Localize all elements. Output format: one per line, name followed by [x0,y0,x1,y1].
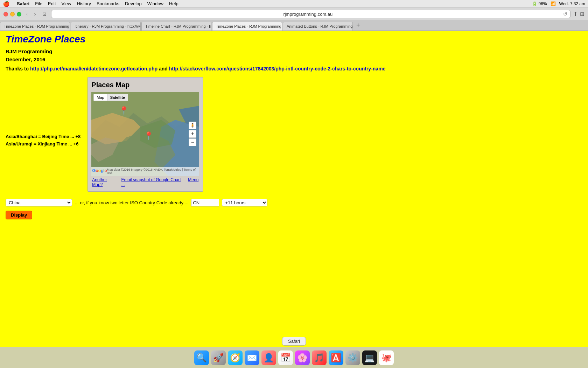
map-attribution: Map data ©2016 Imagery ©2016 NASA, Terra… [107,168,198,175]
apple-menu[interactable]: 🍎 [3,0,10,7]
thanks-link2[interactable]: http://stackoverflow.com/questions/17842… [169,66,386,71]
page-subtitle: RJM Programming [6,48,582,54]
window-close[interactable] [4,12,8,16]
map-section: Asia/Shanghai = Beijing Time ... +8 Asia… [6,77,582,192]
dock-system-prefs[interactable]: ⚙️ [345,350,360,358]
page-date: December, 2016 [6,56,582,62]
timezone-info: Asia/Shanghai = Beijing Time ... +8 Asia… [6,77,80,192]
share-button[interactable]: ⬆ [573,11,578,17]
tab-1[interactable]: Itinerary - RJM Programming - http://www… [71,22,141,30]
browser-chrome: ‹ › ⊡ rjmprogramming.com.au ↺ ⬆ ⊞ TimeZo… [0,8,588,31]
menu-link[interactable]: Menu [188,177,198,187]
menubar-help[interactable]: Help [169,1,178,6]
tab-3[interactable]: TimeZone Places - RJM Programming - Dece… [212,22,282,30]
page-content: TimeZone Places RJM Programming December… [0,29,588,357]
new-tab-button[interactable]: ⊞ [580,11,584,17]
menubar-view[interactable]: View [62,1,71,6]
menubar-file[interactable]: File [35,1,42,6]
map-zoom-in[interactable]: + [189,130,196,138]
back-button[interactable]: ‹ [24,10,29,18]
window-minimize[interactable] [10,12,15,16]
dock-contacts[interactable]: 👤 [261,350,276,358]
dock-launchpad[interactable]: 🚀 [211,350,226,358]
timezone-line-0: Asia/Shanghai = Beijing Time ... +8 [6,133,80,141]
tab-4[interactable]: Animated Buttons - RJM Programming - Dec… [283,22,353,30]
map-zoom-person[interactable]: 🧍 [189,122,196,129]
another-map-link[interactable]: Another Map? [92,177,118,187]
dock-appstore[interactable]: 🅰️ [329,350,343,358]
map-footer: Google Map data ©2016 Imagery ©2016 NASA… [91,167,199,176]
map-title: Places Map [91,81,199,89]
map-box: Places Map [88,77,203,192]
tabs-bar: TimeZone Places - RJM Programming - Dece… [0,20,588,31]
address-bar: rjmprogramming.com.au [54,12,562,17]
menubar: 🍎 Safari File Edit View History Bookmark… [0,0,588,8]
map-toggle-map[interactable]: Map [94,94,107,101]
map-toggle-satellite[interactable]: Satellite [107,94,128,101]
menubar-history[interactable]: History [77,1,91,6]
dock-bar: 🔍 🚀 🧭 ✉️ 👤 📅 🌸 🎵 🅰️ ⚙️ 💻 🐙 [0,347,588,357]
hours-select[interactable]: +11 hours [222,199,267,206]
window-maximize[interactable] [17,12,21,16]
iso-input[interactable] [191,199,219,206]
dock-mail[interactable]: ✉️ [245,350,259,358]
dock-safari[interactable]: 🧭 [228,350,243,358]
thanks-and: and [158,66,169,71]
address-bar-container[interactable]: rjmprogramming.com.au ↺ [51,10,570,18]
thanks-link1[interactable]: http://php.net/manual/en/datetimezone.ge… [30,66,158,71]
dock-github[interactable]: 🐙 [379,350,394,358]
map-view[interactable]: Map Satellite 📍 📍 🧍 + − [91,92,199,176]
map-zoom-out[interactable]: − [189,138,196,146]
safari-popup: Safari [282,337,306,346]
tab-2[interactable]: Timeline Chart - RJM Programming - http:… [141,22,211,30]
thanks-prefix: Thanks to [6,66,30,71]
country-select[interactable]: China [6,199,72,206]
menubar-develop[interactable]: Develop [125,1,142,6]
map-toggle: Map Satellite [93,94,128,101]
add-tab-button[interactable]: + [354,20,363,30]
forward-button[interactable]: › [32,10,37,18]
display-row: Display [6,211,582,219]
dock-terminal[interactable]: 💻 [362,350,377,358]
menubar-window[interactable]: Window [147,1,163,6]
dock-photos[interactable]: 🌸 [295,350,310,358]
dock-finder[interactable]: 🔍 [194,350,209,358]
thanks-line: Thanks to http://php.net/manual/en/datet… [6,66,582,71]
display-button[interactable]: Display [6,211,32,219]
tab-0[interactable]: TimeZone Places - RJM Programming - Dece… [0,22,70,30]
email-snapshot-link[interactable]: Email snapshot of Google Chart ... [121,177,185,187]
sidebar-button[interactable]: ⊡ [41,11,48,18]
dock-calendar[interactable]: 📅 [278,350,293,358]
reload-button[interactable]: ↺ [563,11,567,17]
menubar-app[interactable]: Safari [17,1,29,6]
map-links: Another Map? Email snapshot of Google Ch… [91,176,199,188]
menubar-battery: 🔋 96% [532,1,547,6]
menubar-bookmarks[interactable]: Bookmarks [97,1,119,6]
menubar-time: Wed. 7:32 am [559,1,585,6]
traffic-lights [4,12,21,16]
page-title: TimeZone Places [6,34,582,45]
menubar-wifi: 📶 [551,1,556,6]
map-zoom-controls: 🧍 + − [189,122,196,146]
timezone-line-1: Asia/Urumqi = Xinjiang Time ... +6 [6,141,80,148]
google-logo: Google [92,168,107,173]
dock-music[interactable]: 🎵 [312,350,327,358]
menubar-edit[interactable]: Edit [48,1,56,6]
form-or-text: ... or, if you know two letter ISO Count… [75,200,188,205]
form-row: China ... or, if you know two letter ISO… [6,199,582,206]
